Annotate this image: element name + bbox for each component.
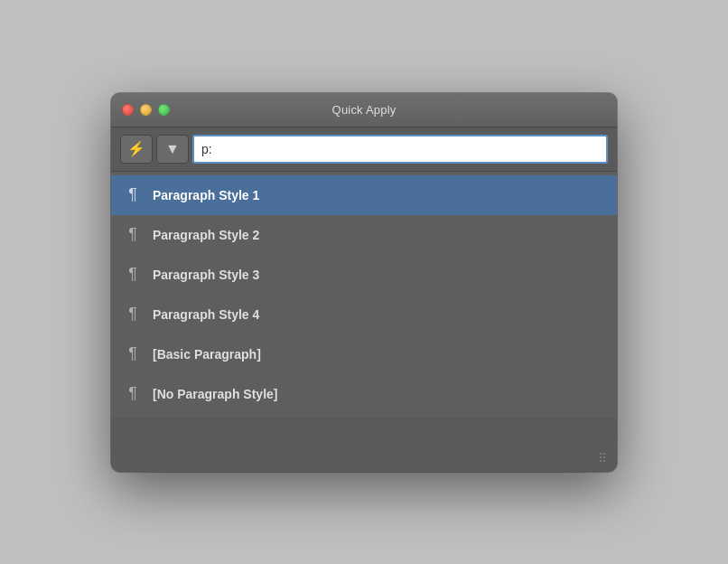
chevron-down-icon: ▼ xyxy=(165,141,180,157)
bolt-button[interactable]: ⚡ xyxy=(120,135,153,164)
paragraph-icon: ¶ xyxy=(124,384,142,403)
item-label: [Basic Paragraph] xyxy=(153,347,261,362)
minimize-button[interactable] xyxy=(140,104,152,116)
list-item[interactable]: ¶ [No Paragraph Style] xyxy=(111,374,617,414)
paragraph-icon: ¶ xyxy=(124,344,142,363)
list-item[interactable]: ¶ Paragraph Style 3 xyxy=(111,255,617,295)
item-label: [No Paragraph Style] xyxy=(153,387,277,401)
close-button[interactable] xyxy=(122,104,134,116)
resize-grip-icon: ⠿ xyxy=(598,452,606,465)
item-label: Paragraph Style 4 xyxy=(153,307,259,322)
bolt-icon: ⚡ xyxy=(127,140,145,157)
paragraph-icon: ¶ xyxy=(124,305,142,324)
search-input[interactable] xyxy=(192,135,608,164)
item-label: Paragraph Style 1 xyxy=(153,188,259,202)
paragraph-icon: ¶ xyxy=(124,265,142,284)
list-item[interactable]: ¶ [Basic Paragraph] xyxy=(111,334,617,374)
item-label: Paragraph Style 3 xyxy=(153,268,259,282)
list-item[interactable]: ¶ Paragraph Style 4 xyxy=(111,295,617,334)
paragraph-icon: ¶ xyxy=(124,185,142,204)
traffic-lights xyxy=(122,104,170,116)
list-item[interactable]: ¶ Paragraph Style 2 xyxy=(111,215,617,255)
item-label: Paragraph Style 2 xyxy=(153,228,259,242)
footer: ⠿ xyxy=(111,418,617,472)
maximize-button[interactable] xyxy=(158,104,170,116)
window-title: Quick Apply xyxy=(332,103,397,117)
title-bar: Quick Apply xyxy=(111,93,617,127)
paragraph-icon: ¶ xyxy=(124,225,142,244)
dropdown-button[interactable]: ▼ xyxy=(156,135,189,164)
toolbar: ⚡ ▼ xyxy=(111,127,617,172)
list-item[interactable]: ¶ Paragraph Style 1 xyxy=(111,175,617,215)
style-list: ¶ Paragraph Style 1 ¶ Paragraph Style 2 … xyxy=(111,172,617,418)
quick-apply-window: Quick Apply ⚡ ▼ ¶ Paragraph Style 1 ¶ Pa… xyxy=(111,93,617,472)
